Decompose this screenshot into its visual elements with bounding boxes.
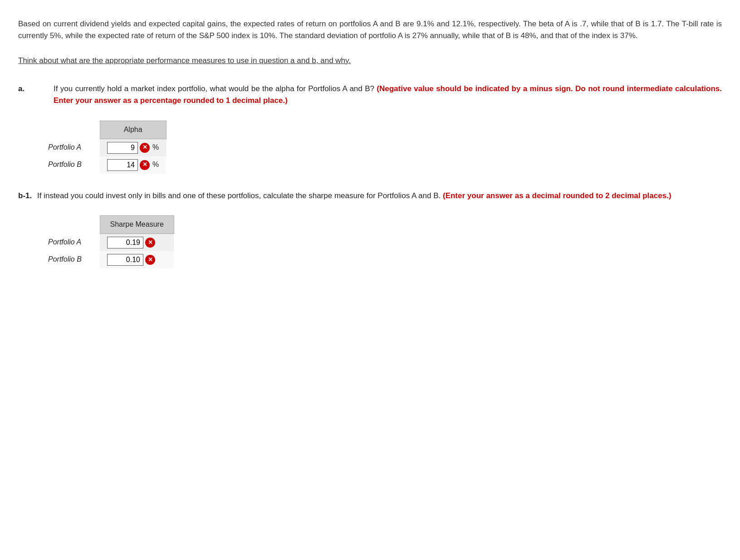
question-a-prefix: a. <box>18 83 37 95</box>
portfolio-a-sharpe-input[interactable] <box>107 237 143 248</box>
portfolio-a-alpha-unit: % <box>152 142 159 153</box>
table-row: Portfolio B % <box>41 156 186 174</box>
alpha-table: Alpha Portfolio A % Portfolio B <box>41 121 186 174</box>
question-a-static: If you currently hold a market index por… <box>54 84 374 93</box>
question-b1-block: b-1. If instead you could invest only in… <box>18 190 722 268</box>
portfolio-a-sharpe-clear-icon[interactable] <box>145 238 155 248</box>
portfolio-b-sharpe-cell <box>100 251 174 268</box>
table-row: Portfolio A <box>41 234 174 251</box>
question-b1-prefix: b-1. <box>18 190 37 202</box>
portfolio-a-alpha-input[interactable] <box>107 142 138 154</box>
portfolio-b-label-sharpe: Portfolio B <box>41 251 100 268</box>
sharpe-header: Sharpe Measure <box>100 215 174 234</box>
question-a-text: If you currently hold a market index por… <box>54 83 722 107</box>
portfolio-b-label-alpha: Portfolio B <box>41 156 100 174</box>
question-b1-static: If instead you could invest only in bill… <box>37 191 441 200</box>
think-text: Think about what are the appropriate per… <box>18 55 722 67</box>
portfolio-b-alpha-unit: % <box>152 159 159 170</box>
table-row: Portfolio B <box>41 251 174 268</box>
portfolio-a-label-alpha: Portfolio A <box>41 139 100 156</box>
question-b1-instruction: (Enter your answer as a decimal rounded … <box>443 191 671 200</box>
alpha-header: Alpha <box>100 121 166 139</box>
question-a-block: a. If you currently hold a market index … <box>18 83 722 173</box>
portfolio-a-label-sharpe: Portfolio A <box>41 234 100 251</box>
sharpe-table: Sharpe Measure Portfolio A Portfolio B <box>41 215 174 268</box>
portfolio-a-alpha-clear-icon[interactable] <box>140 143 150 153</box>
portfolio-b-sharpe-clear-icon[interactable] <box>145 255 155 265</box>
portfolio-b-alpha-clear-icon[interactable] <box>140 160 150 170</box>
portfolio-b-sharpe-input[interactable] <box>107 254 143 266</box>
portfolio-a-alpha-cell: % <box>100 139 166 156</box>
portfolio-a-sharpe-cell <box>100 234 174 251</box>
intro-paragraph: Based on current dividend yields and exp… <box>18 18 722 42</box>
question-b1-text: If instead you could invest only in bill… <box>37 190 671 202</box>
portfolio-b-alpha-cell: % <box>100 156 166 174</box>
table-row: Portfolio A % <box>41 139 186 156</box>
portfolio-b-alpha-input[interactable] <box>107 159 138 171</box>
